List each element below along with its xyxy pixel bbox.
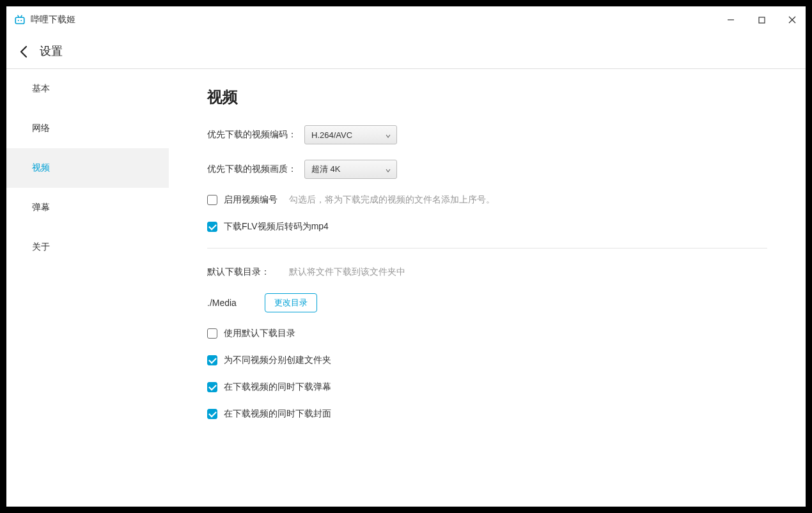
create-folders-row: 为不同视频分别创建文件夹 [207,355,767,366]
enable-number-row: 启用视频编号 勾选后，将为下载完成的视频的文件名添加上序号。 [207,194,767,206]
create-folders-checkbox[interactable] [207,355,217,365]
create-folders-label: 为不同视频分别创建文件夹 [224,355,331,366]
sidebar-label: 网络 [32,123,50,134]
use-default-dir-label: 使用默认下载目录 [224,328,295,339]
quality-row: 优先下载的视频画质： 超清 4K [207,160,767,179]
app-icon [14,14,26,26]
chevron-down-icon [385,166,391,172]
dl-danmaku-checkbox[interactable] [207,382,217,392]
sidebar-item-danmaku[interactable]: 弹幕 [6,188,169,227]
sidebar-label: 关于 [32,241,50,253]
svg-point-3 [18,20,19,21]
codec-value: H.264/AVC [311,130,352,140]
codec-select[interactable]: H.264/AVC [304,125,397,144]
sidebar-label: 视频 [32,162,50,174]
sidebar-item-video[interactable]: 视频 [6,148,169,188]
flv-to-mp4-row: 下载FLV视频后转码为mp4 [207,221,767,233]
section-title: 视频 [207,87,767,107]
app-title: 哔哩下载姬 [31,14,725,26]
content-panel: 视频 优先下载的视频编码： H.264/AVC 优先下载的视频画质： 超清 4K [169,69,806,507]
enable-number-label: 启用视频编号 [224,194,277,206]
dl-danmaku-row: 在下载视频的同时下载弹幕 [207,381,767,393]
maximize-button[interactable] [756,14,767,26]
svg-point-4 [20,20,22,21]
sidebar: 基本 网络 视频 弹幕 关于 [6,69,169,507]
chevron-down-icon [385,132,391,138]
dl-cover-checkbox[interactable] [207,409,217,419]
quality-label: 优先下载的视频画质： [207,164,297,175]
sidebar-label: 基本 [32,83,50,95]
quality-value: 超清 4K [311,164,341,175]
divider [207,248,767,249]
sidebar-item-about[interactable]: 关于 [6,227,169,267]
sidebar-label: 弹幕 [32,202,50,213]
codec-label: 优先下载的视频编码： [207,129,297,141]
page-header: 设置 [6,33,806,69]
window-controls [725,14,798,26]
titlebar: 哔哩下载姬 [6,6,806,33]
use-default-dir-row: 使用默认下载目录 [207,328,767,339]
quality-select[interactable]: 超清 4K [304,160,397,179]
default-dir-label: 默认下载目录： [207,266,270,278]
default-dir-hint: 默认将文件下载到该文件夹中 [289,266,405,278]
sidebar-item-network[interactable]: 网络 [6,109,169,148]
default-dir-row: 默认下载目录： 默认将文件下载到该文件夹中 [207,266,767,278]
dl-cover-row: 在下载视频的同时下载封面 [207,408,767,420]
download-path: ./Media [207,298,237,308]
codec-row: 优先下载的视频编码： H.264/AVC [207,125,767,144]
enable-number-checkbox[interactable] [207,195,217,205]
path-row: ./Media 更改目录 [207,293,767,312]
dl-danmaku-label: 在下载视频的同时下载弹幕 [224,381,331,393]
flv-to-mp4-checkbox[interactable] [207,222,217,232]
svg-rect-0 [15,17,24,24]
back-icon[interactable] [19,45,31,57]
close-button[interactable] [786,14,798,26]
page-title: 设置 [40,43,63,59]
minimize-button[interactable] [725,14,737,26]
change-dir-button[interactable]: 更改目录 [265,293,317,312]
sidebar-item-basic[interactable]: 基本 [6,69,169,109]
flv-to-mp4-label: 下载FLV视频后转码为mp4 [224,221,329,233]
svg-rect-6 [759,17,765,23]
body: 基本 网络 视频 弹幕 关于 视频 优先下载的视频编码： H.264/AVC 优… [6,69,806,507]
dl-cover-label: 在下载视频的同时下载封面 [224,408,331,420]
use-default-dir-checkbox[interactable] [207,328,217,339]
enable-number-hint: 勾选后，将为下载完成的视频的文件名添加上序号。 [289,194,495,206]
app-window: 哔哩下载姬 设置 基本 网络 视频 弹幕 关于 [6,6,806,507]
